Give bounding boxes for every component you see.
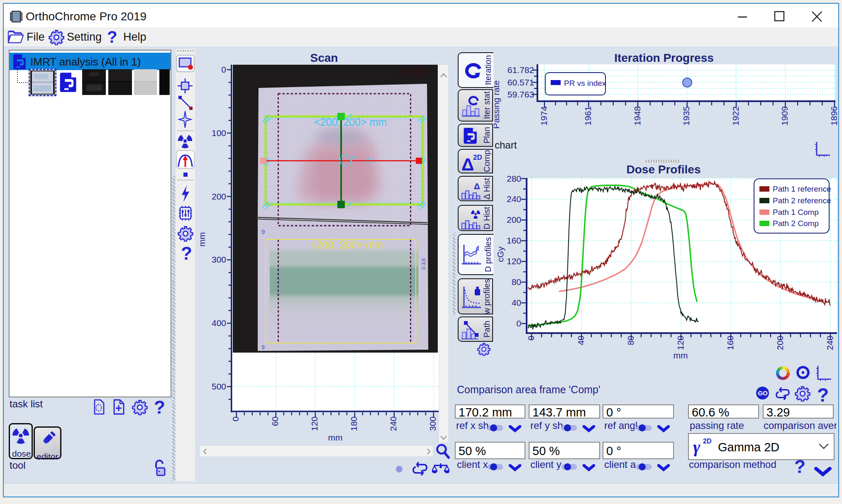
svg-text:1974: 1974	[539, 106, 549, 126]
svg-text:180: 180	[349, 416, 359, 431]
svg-text:40: 40	[576, 336, 586, 345]
svg-text:2D: 2D	[703, 438, 711, 445]
svg-text:80: 80	[512, 277, 521, 287]
svg-text:200: 200	[775, 336, 785, 350]
svg-text:60: 60	[270, 416, 280, 426]
svg-text:Path 2 reference: Path 2 reference	[773, 196, 831, 205]
svg-text:280: 280	[507, 174, 521, 183]
svg-text:120: 120	[676, 336, 685, 350]
svg-text:61.782: 61.782	[508, 65, 534, 75]
svg-text:60.571: 60.571	[508, 78, 534, 87]
svg-text:240: 240	[388, 416, 398, 431]
svg-text:0: 0	[221, 65, 226, 74]
svg-text:400: 400	[212, 318, 226, 328]
svg-text:9: 9	[261, 228, 265, 235]
svg-text:160: 160	[507, 236, 521, 245]
svg-text:80: 80	[626, 336, 635, 345]
svg-text:2D: 2D	[473, 153, 482, 161]
svg-text:Path 2 Comp: Path 2 Comp	[773, 219, 819, 228]
svg-text:Δ: Δ	[474, 182, 480, 191]
svg-text:Δ: Δ	[461, 155, 474, 173]
svg-text:200: 200	[212, 192, 226, 201]
svg-text:160: 160	[725, 336, 735, 350]
svg-text:Passing rate: Passing rate	[494, 80, 501, 129]
svg-text:<200, 200> mm: <200, 200> mm	[310, 239, 383, 251]
svg-text:cGy: cGy	[495, 246, 505, 262]
svg-text:γ: γ	[693, 437, 700, 456]
svg-text:mm: mm	[674, 351, 688, 360]
svg-text:1896: 1896	[829, 106, 839, 126]
svg-text:120: 120	[310, 416, 319, 431]
svg-text:mm: mm	[328, 433, 343, 442]
svg-text:59.763: 59.763	[508, 90, 534, 99]
svg-text:100: 100	[212, 128, 226, 138]
svg-text:0: 0	[516, 319, 521, 328]
svg-text:1909: 1909	[780, 106, 789, 126]
svg-text:1961: 1961	[583, 106, 593, 126]
svg-text:0: 0	[231, 416, 240, 421]
svg-text:300: 300	[428, 416, 437, 431]
svg-text:40: 40	[512, 298, 521, 307]
svg-text:<200, 200> mm: <200, 200> mm	[314, 116, 387, 128]
svg-text:0: 0	[526, 336, 536, 341]
svg-text:120: 120	[507, 256, 521, 266]
svg-text:9: 9	[261, 344, 265, 351]
svg-text:1948: 1948	[632, 106, 642, 126]
svg-text:240: 240	[825, 336, 835, 350]
svg-text:Path 1 reference: Path 1 reference	[773, 185, 831, 193]
svg-text:500: 500	[212, 382, 226, 391]
svg-text:240: 240	[507, 194, 521, 204]
svg-text:300: 300	[212, 255, 226, 264]
svg-text:Path 1 Comp: Path 1 Comp	[773, 208, 819, 217]
svg-text:0-3,6: 0-3,6	[421, 258, 427, 270]
svg-text:PR vs index: PR vs index	[564, 79, 606, 88]
svg-text:1922: 1922	[731, 106, 740, 126]
svg-text:1935: 1935	[681, 106, 691, 126]
svg-text:200: 200	[507, 215, 521, 224]
svg-text:mm: mm	[200, 232, 207, 247]
